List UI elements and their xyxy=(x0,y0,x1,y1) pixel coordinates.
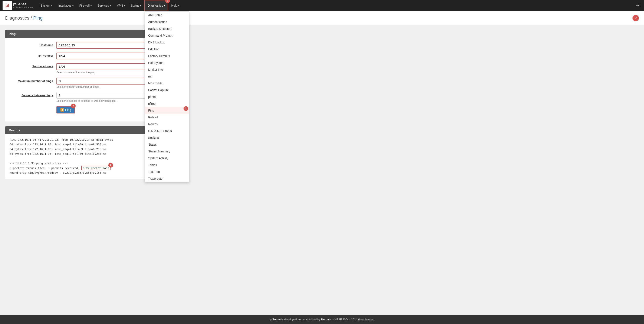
menu-states[interactable]: States xyxy=(145,141,189,148)
menu-edit-file[interactable]: Edit File xyxy=(145,46,189,52)
help-button[interactable]: ? xyxy=(632,15,639,21)
menu-pftop[interactable]: pfTop xyxy=(145,100,189,107)
footer-after: . © ESF 2004 - 2024 xyxy=(332,318,358,321)
nav-diagnostics[interactable]: 1 Diagnostics ▾ ARP Table Authentication… xyxy=(144,0,168,11)
menu-limiter-info[interactable]: Limiter Info xyxy=(145,66,189,73)
menu-traceroute[interactable]: Traceroute xyxy=(145,175,189,182)
chevron-down-icon: ▾ xyxy=(124,4,125,7)
menu-tables[interactable]: Tables xyxy=(145,162,189,168)
hostname-label: Hostname xyxy=(10,42,56,47)
nav-interfaces[interactable]: Interfaces ▾ xyxy=(55,0,76,11)
menu-packet-capture[interactable]: Packet Capture xyxy=(145,87,189,93)
diagnostics-dropdown: ARP Table Authentication Backup & Restor… xyxy=(144,11,189,182)
menu-dns-lookup[interactable]: DNS Lookup xyxy=(145,39,189,46)
chevron-down-icon: ▾ xyxy=(164,4,165,7)
nav-items: System ▾ Interfaces ▾ Firewall ▾ Service… xyxy=(38,0,634,11)
menu-command-prompt[interactable]: Command Prompt xyxy=(145,32,189,39)
footer-brand: pfSense xyxy=(270,318,281,321)
annotation-badge-8: 8 xyxy=(108,163,113,168)
brand-logo-text: pf xyxy=(6,3,9,8)
chevron-down-icon: ▾ xyxy=(178,4,179,7)
annotation-badge-2: 2 xyxy=(184,106,188,111)
menu-authentication[interactable]: Authentication xyxy=(145,18,189,25)
menu-arp-table[interactable]: ARP Table xyxy=(145,12,189,18)
chevron-down-icon: ▾ xyxy=(51,4,52,7)
navbar: pf pfSense COMMUNITY EDITION System ▾ In… xyxy=(0,0,644,11)
footer-netgate: Netgate xyxy=(321,318,331,321)
brand-logo: pf xyxy=(2,1,12,10)
breadcrumb-bar: Diagnostics / Ping ? xyxy=(0,11,644,25)
chevron-down-icon: ▾ xyxy=(72,4,74,7)
menu-routes[interactable]: Routes xyxy=(145,121,189,127)
ip-protocol-label: IP Protocol xyxy=(10,52,56,57)
menu-states-summary[interactable]: States Summary xyxy=(145,148,189,155)
chevron-down-icon: ▾ xyxy=(90,4,92,7)
footer-text: pfSense is developed and maintained by N… xyxy=(270,318,374,321)
menu-sockets[interactable]: Sockets xyxy=(145,134,189,141)
menu-system-activity[interactable]: System Activity xyxy=(145,155,189,162)
nav-services[interactable]: Services ▾ xyxy=(94,0,114,11)
source-address-label: Source address xyxy=(10,63,56,68)
breadcrumb-parent: Diagnostics xyxy=(5,15,30,21)
footer-middle: is developed and maintained by xyxy=(281,318,321,321)
annotation-badge-7: 7 xyxy=(71,104,76,108)
brand-name: pfSense xyxy=(13,2,33,6)
nav-vpn[interactable]: VPN ▾ xyxy=(114,0,128,11)
brand-edition: COMMUNITY EDITION xyxy=(13,6,33,9)
footer: pfSense is developed and maintained by N… xyxy=(0,315,644,324)
nav-firewall[interactable]: Firewall ▾ xyxy=(76,0,94,11)
logout-icon[interactable]: ⇥ xyxy=(634,3,642,8)
menu-ping[interactable]: Ping 2 xyxy=(145,107,189,114)
brand-text: pfSense COMMUNITY EDITION xyxy=(13,2,33,9)
max-pings-label: Maximum number of pings xyxy=(10,78,56,83)
menu-backup-restore[interactable]: Backup & Restore xyxy=(145,25,189,32)
menu-smart-status[interactable]: S.M.A.R.T. Status xyxy=(145,127,189,134)
menu-ndp-table[interactable]: NDP Table xyxy=(145,80,189,87)
nav-help[interactable]: Help ▾ xyxy=(168,0,182,11)
menu-halt-system[interactable]: Halt System xyxy=(145,59,189,66)
packet-loss-value: 0.0% packet loss xyxy=(81,166,110,170)
menu-reboot[interactable]: Reboot xyxy=(145,114,189,121)
breadcrumb: Diagnostics / Ping xyxy=(5,15,42,21)
menu-test-port[interactable]: Test Port xyxy=(145,168,189,175)
brand: pf pfSense COMMUNITY EDITION xyxy=(2,1,33,10)
menu-mtr[interactable]: mtr xyxy=(145,73,189,80)
breadcrumb-current: Ping xyxy=(33,15,42,21)
chevron-down-icon: ▾ xyxy=(140,4,141,7)
chevron-down-icon: ▾ xyxy=(110,4,111,7)
nav-status[interactable]: Status ▾ xyxy=(128,0,144,11)
footer-license-link[interactable]: View license. xyxy=(358,318,374,321)
wifi-icon: 📶 xyxy=(60,108,64,112)
menu-pfinfo[interactable]: pfInfo xyxy=(145,93,189,100)
breadcrumb-separator: / xyxy=(31,15,33,21)
menu-factory-defaults[interactable]: Factory Defaults xyxy=(145,52,189,59)
nav-system[interactable]: System ▾ xyxy=(38,0,55,11)
seconds-between-label: Seconds between pings xyxy=(10,92,56,97)
